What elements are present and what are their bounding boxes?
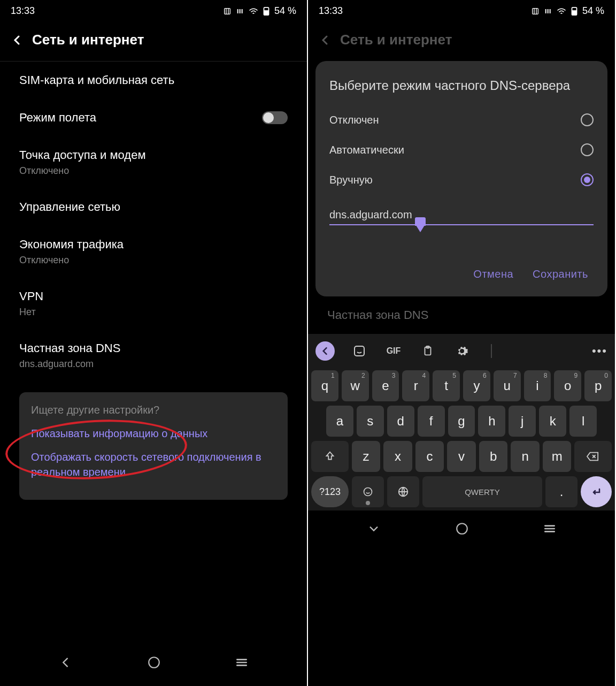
item-data-saver[interactable]: Экономия трафика Отключено [0,226,307,278]
nav-bar [0,644,307,686]
key-b[interactable]: b [479,441,508,472]
key-numbers[interactable]: ?123 [311,476,349,507]
radio-auto[interactable]: Автоматически [329,135,594,165]
item-sim[interactable]: SIM-карта и мобильная сеть [0,62,307,99]
status-icons: 54 % [531,5,604,17]
battery-percent: 54 % [274,5,296,17]
item-network-manage[interactable]: Управление сетью [0,188,307,226]
radio-icon[interactable] [581,113,594,126]
dialog-title: Выберите режим частного DNS-сервера [329,77,594,94]
key-g[interactable]: g [448,406,475,437]
key-y[interactable]: y6 [463,370,490,401]
radio-icon[interactable] [581,143,594,156]
item-private-dns[interactable]: Частная зона DNS dns.adguard.com [0,330,307,382]
key-shift[interactable] [311,441,349,472]
clipboard-icon[interactable] [418,341,437,361]
title-bar: Сеть и интернет [0,22,307,62]
status-time: 13:33 [11,5,35,17]
kb-row-2: asdfghjkl [311,406,612,437]
svg-rect-13 [355,346,364,356]
gear-icon[interactable] [452,341,472,361]
nav-home-icon[interactable] [147,655,161,669]
key-u[interactable]: u7 [494,370,521,401]
more-icon[interactable]: ••• [592,344,607,358]
nav-hide-kb-icon[interactable] [366,521,381,536]
key-f[interactable]: f [418,406,445,437]
key-a[interactable]: a [326,406,353,437]
related-settings: Ищете другие настройки? Показывать инфор… [19,392,288,500]
key-n[interactable]: n [511,441,540,472]
key-x[interactable]: x [383,441,412,472]
key-p[interactable]: p0 [584,370,612,401]
back-icon [319,34,332,47]
kb-back-icon[interactable] [315,341,335,361]
svg-point-16 [364,488,372,496]
key-enter[interactable] [581,476,612,507]
right-screenshot: 13:33 54 % Сеть и интернет Выберите режи… [308,0,616,686]
key-k[interactable]: k [539,406,566,437]
sticker-icon[interactable] [350,341,369,361]
key-globe[interactable] [387,476,419,507]
radio-off[interactable]: Отключен [329,105,594,135]
key-period[interactable]: . [545,476,578,507]
cancel-button[interactable]: Отмена [473,268,513,280]
hint-link-network-speed[interactable]: Отображать скорость сетевого подключения… [31,449,276,479]
item-vpn[interactable]: VPN Нет [0,278,307,330]
airplane-toggle[interactable] [262,111,288,124]
status-icons: 54 % [223,5,296,17]
key-d[interactable]: d [387,406,414,437]
key-c[interactable]: c [415,441,444,472]
key-o[interactable]: o9 [554,370,581,401]
key-w[interactable]: w2 [342,370,369,401]
nav-bar [308,510,615,552]
page-title: Сеть и интернет [340,32,452,48]
key-s[interactable]: s [357,406,384,437]
key-backspace[interactable] [574,441,612,472]
key-i[interactable]: i8 [524,370,551,401]
dns-input[interactable] [329,205,594,225]
key-v[interactable]: v [447,441,476,472]
private-dns-dialog: Выберите режим частного DNS-сервера Откл… [315,61,607,296]
key-space[interactable]: QWERTY [422,476,542,507]
key-z[interactable]: z [352,441,381,472]
status-bar: 13:33 54 % [308,0,615,22]
save-button[interactable]: Сохранить [533,268,588,280]
key-t[interactable]: t5 [433,370,460,401]
text-cursor-handle[interactable] [415,224,426,232]
svg-rect-7 [533,8,538,14]
svg-rect-0 [225,8,230,14]
key-r[interactable]: r4 [402,370,429,401]
svg-rect-10 [550,9,551,13]
left-screenshot: 13:33 54 % Сеть и интернет SIM-карта и м… [0,0,308,686]
dns-hostname-field[interactable] [329,205,594,225]
behind-private-dns: Частная зона DNS [308,296,615,334]
nav-recent-icon[interactable] [235,655,249,669]
key-h[interactable]: h [478,406,505,437]
key-emoji[interactable] [352,476,384,507]
key-q[interactable]: q1 [311,370,338,401]
radio-manual[interactable]: Вручную [329,165,594,195]
radio-icon[interactable] [581,173,594,186]
svg-point-6 [149,657,159,668]
nav-back-icon[interactable] [58,655,73,670]
hint-title: Ищете другие настройки? [31,404,276,416]
hint-link-data-info[interactable]: Показывать информацию о данных [31,426,276,441]
key-e[interactable]: e3 [372,370,399,401]
key-j[interactable]: j [509,406,536,437]
svg-rect-2 [240,9,241,13]
back-icon[interactable] [11,34,24,47]
key-m[interactable]: m [543,441,572,472]
nav-home-icon[interactable] [455,522,469,536]
page-title: Сеть и интернет [32,32,144,48]
svg-rect-12 [572,11,576,14]
status-bar: 13:33 54 % [0,0,307,22]
nav-recent-icon[interactable] [543,522,557,536]
svg-rect-3 [242,9,243,13]
item-hotspot[interactable]: Точка доступа и модем Отключено [0,136,307,188]
kb-row-3: zxcvbnm [311,441,612,472]
item-airplane[interactable]: Режим полета [0,99,307,136]
gif-icon[interactable]: GIF [384,341,403,361]
key-l[interactable]: l [569,406,597,437]
status-time: 13:33 [319,5,343,17]
keyboard-toolbar: GIF ••• [311,338,612,366]
